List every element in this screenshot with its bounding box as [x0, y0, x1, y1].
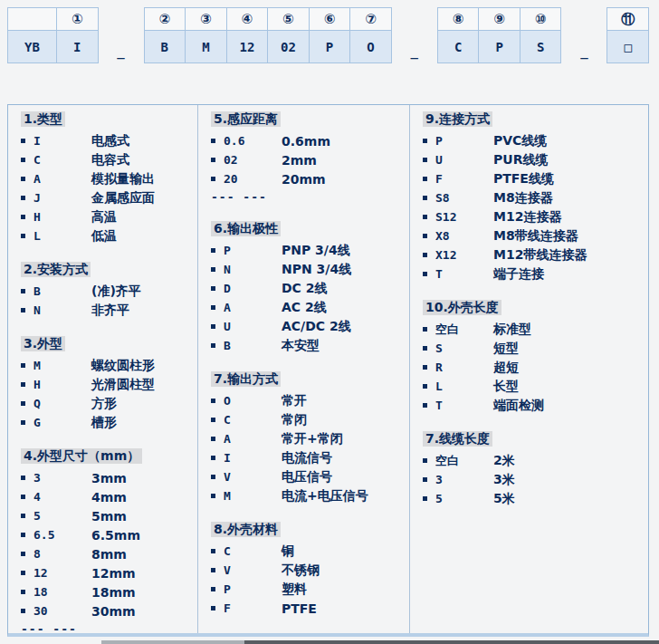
legend-section: 3.外型M螺纹圆柱形H光滑圆柱型Q方形G槽形: [21, 334, 197, 432]
square-bullet-icon: [21, 215, 25, 219]
item-code: I: [224, 451, 282, 465]
square-bullet-icon: [211, 418, 215, 422]
item-description: 标准型: [493, 322, 531, 338]
code-cell-value: M: [186, 31, 226, 62]
section-title: 2.安装方式: [21, 262, 91, 277]
code-cell-value: YB: [8, 31, 56, 62]
item-code: U: [435, 153, 493, 167]
square-bullet-icon: [211, 139, 215, 143]
square-bullet-icon: [211, 606, 215, 610]
separator-underscore: _: [580, 44, 587, 59]
legend-item: H光滑圆柱型: [21, 375, 197, 394]
item-code: A: [224, 432, 282, 446]
item-description: 5米: [493, 491, 515, 507]
code-cell-value: 02: [268, 31, 309, 62]
code-cell-value: S: [521, 31, 561, 62]
item-code: 空白: [435, 453, 493, 469]
item-code: P: [224, 244, 282, 257]
square-bullet-icon: [21, 363, 25, 368]
legend-item: X8M8带线连接器: [423, 226, 648, 245]
item-code: C: [224, 544, 282, 558]
item-description: 0.6mm: [282, 134, 330, 149]
item-description: PTFE线缆: [493, 171, 554, 187]
legend-item: 88mm: [21, 544, 197, 563]
square-bullet-icon: [21, 476, 25, 480]
legend-item: 6.56.5mm: [21, 525, 197, 544]
item-description: 电感式: [91, 133, 129, 149]
legend-item: C铜: [211, 542, 409, 561]
item-code: L: [435, 380, 493, 393]
square-bullet-icon: [21, 590, 25, 594]
item-code: C: [224, 413, 282, 427]
square-bullet-icon: [423, 327, 427, 332]
item-description: 2米: [493, 453, 515, 469]
item-code: H: [33, 210, 91, 224]
legend-section: 7.线缆长度空白2米33米55米: [423, 429, 648, 508]
cropped-next-row: [0, 640, 659, 644]
item-code: 12: [33, 566, 91, 580]
item-code: F: [224, 601, 282, 615]
item-code: 18: [33, 585, 91, 599]
section-title: 7.线缆长度: [423, 431, 492, 447]
item-code: C: [33, 153, 91, 167]
square-bullet-icon: [423, 215, 427, 219]
legend-section: 4.外型尺寸（mm）33mm44mm55mm6.56.5mm88mm1212mm…: [21, 447, 197, 637]
square-bullet-icon: [211, 456, 215, 460]
square-bullet-icon: [211, 399, 215, 403]
square-bullet-icon: [21, 158, 25, 162]
code-cell-number: ⑤: [268, 8, 309, 31]
square-bullet-icon: [423, 346, 427, 351]
legend-item: 0.60.6mm: [211, 131, 409, 150]
code-cell-value: 12: [227, 31, 268, 62]
legend-item: A模拟量输出: [21, 169, 197, 188]
code-cell: ⑥P: [309, 7, 351, 63]
code-separator-cell: _: [561, 7, 606, 63]
legend-section: 2.安装方式B(准)齐平N非齐平: [21, 260, 197, 320]
separator-underscore: _: [411, 44, 418, 59]
square-bullet-icon: [211, 158, 215, 162]
code-cell-value: B: [145, 31, 186, 62]
item-code: 4: [33, 490, 91, 504]
square-bullet-icon: [211, 305, 215, 310]
item-description: PVC线缆: [493, 133, 547, 149]
code-cell-number: ⑦: [350, 8, 391, 31]
item-description: M8带线连接器: [493, 228, 578, 245]
square-bullet-icon: [211, 437, 215, 441]
square-bullet-icon: [21, 571, 25, 575]
square-bullet-icon: [21, 552, 25, 556]
legend-item: G槽形: [21, 413, 197, 432]
legend-item: T端子连接: [423, 264, 648, 284]
item-description: 18mm: [91, 585, 136, 600]
legend-item: FPTFE: [211, 599, 409, 618]
code-cell: ④12: [226, 7, 269, 63]
legend-item: P塑料: [211, 580, 409, 599]
legend-section: 10.外壳长度空白标准型S短型R超短L长型T端面检测: [423, 298, 648, 415]
item-description: 模拟量输出: [91, 171, 155, 187]
code-cell-number: ⑥: [310, 8, 350, 31]
item-code: G: [33, 416, 91, 429]
legend-item: X12M12带线连接器: [423, 245, 648, 264]
item-description: 端子连接: [493, 266, 544, 283]
item-description: PNP 3/4线: [282, 243, 350, 259]
item-code: O: [224, 394, 282, 408]
section-title: 7.输出方式: [211, 371, 281, 387]
item-code: 5: [33, 509, 91, 523]
item-code: N: [224, 263, 282, 276]
item-code: 5: [435, 492, 493, 505]
legend-item: 44mm: [21, 487, 197, 506]
item-description: 铜: [282, 543, 294, 560]
item-description: 4mm: [91, 490, 127, 505]
code-cell-number: ⑨: [479, 8, 520, 31]
item-description: 超短: [493, 360, 519, 376]
square-bullet-icon: [211, 177, 215, 181]
item-code: V: [224, 563, 282, 577]
square-bullet-icon: [21, 234, 25, 238]
legend-column-1: 1.类型I电感式C电容式A模拟量输出J金属感应面H高温L低温2.安装方式B(准)…: [8, 105, 198, 633]
square-bullet-icon: [21, 514, 25, 518]
square-bullet-icon: [211, 568, 215, 572]
legend-column-3: 9.连接方式PPVC线缆UPUR线缆FPTFE线缆S8M8连接器S12M12连接…: [410, 105, 648, 633]
item-code: A: [224, 301, 282, 314]
code-cell: ⑦O: [349, 7, 392, 63]
item-description: 2mm: [282, 153, 317, 168]
item-code: P: [435, 134, 493, 148]
